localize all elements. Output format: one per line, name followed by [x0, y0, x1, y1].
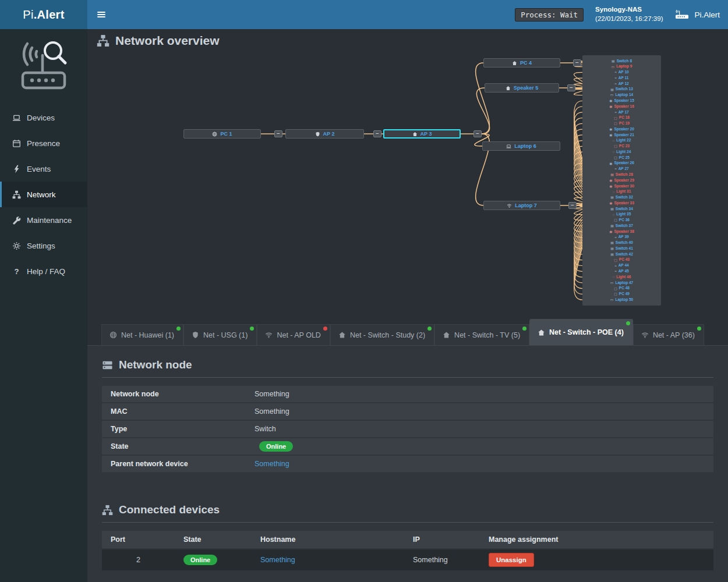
device-list-item[interactable]: ▢PC 23	[585, 144, 659, 150]
device-list-item[interactable]: ▤Switch 40	[585, 240, 659, 246]
device-list-item[interactable]: ▤Switch 34	[585, 206, 659, 212]
sidebar-toggle[interactable]	[87, 10, 115, 19]
device-type-icon: ▭	[610, 93, 614, 97]
device-list-item[interactable]: ▤Switch 32	[585, 194, 659, 200]
hostname-link[interactable]: Something	[260, 556, 295, 564]
device-type-icon: ≈	[614, 70, 616, 74]
device-name: Speaker 20	[614, 127, 634, 132]
diagram-node-pc-4[interactable]: PC 4	[483, 58, 560, 68]
wifi-icon	[265, 331, 273, 339]
device-list-item[interactable]: ◌Light 24	[585, 149, 659, 155]
device-list-item[interactable]: ▢PC 25	[585, 155, 659, 161]
diagram-node-ap-3[interactable]: AP 3	[383, 129, 461, 139]
diagram-node-laptop-7[interactable]: Laptop 7	[483, 201, 560, 210]
collapse-toggle[interactable]: −	[373, 130, 381, 137]
device-list-item[interactable]: ◌Light 35	[585, 212, 659, 218]
device-list-item[interactable]: ≈AP 11	[585, 75, 659, 81]
top-bar: Pi.Alert Process: Wait Synology-NAS (22/…	[0, 0, 728, 29]
device-list-item[interactable]: ▤Switch 8	[585, 58, 659, 64]
device-list-item[interactable]: ≈AP 27	[585, 166, 659, 172]
collapse-toggle[interactable]: −	[573, 59, 581, 66]
main-content: Network overview PC 1 − AP 2 − AP 3 − PC…	[87, 29, 728, 582]
sidebar-item-label: Settings	[27, 242, 55, 250]
collapse-toggle[interactable]: −	[274, 130, 282, 137]
tab-status-dot	[626, 321, 630, 325]
device-list-item[interactable]: ▢PC 19	[585, 120, 659, 126]
tab-net-huawei-1[interactable]: Net - Huawei (1)	[101, 324, 183, 345]
collapse-toggle[interactable]: −	[567, 84, 575, 91]
device-type-icon: ◉	[609, 99, 612, 102]
sidebar-item-help[interactable]: ? Help / FAQ	[0, 258, 87, 284]
device-list-item[interactable]: ◌Light 46	[585, 274, 659, 280]
device-list-item[interactable]: ◉Speaker 26	[585, 161, 659, 166]
device-list-item[interactable]: ◌Light 22	[585, 138, 659, 144]
device-list-item[interactable]: ▢PC 48	[585, 286, 659, 292]
device-list-item[interactable]: ≈AP 17	[585, 109, 659, 115]
device-list-item[interactable]: ▤Switch 37	[585, 223, 659, 229]
device-list-item[interactable]: ▤Switch 41	[585, 246, 659, 251]
collapse-toggle[interactable]: −	[473, 130, 482, 137]
device-list-item[interactable]: ▢PC 18	[585, 115, 659, 121]
device-list-item[interactable]: ◉Speaker 38	[585, 229, 659, 235]
tab-net-usg-1[interactable]: Net - USG (1)	[183, 324, 257, 345]
device-list-item[interactable]: ▭Laptop 14	[585, 93, 659, 98]
connected-devices-title: Connected devices	[102, 503, 713, 516]
tab-net-switch-study-2[interactable]: Net - Switch - Study (2)	[330, 324, 434, 345]
diagram-node-ap-2[interactable]: AP 2	[285, 129, 364, 139]
brand-logo[interactable]: Pi.Alert	[0, 0, 87, 29]
sitemap-icon	[102, 505, 113, 516]
device-list-item[interactable]: ≈AP 45	[585, 268, 659, 274]
device-type-icon: ▢	[614, 258, 617, 262]
laptop-icon	[506, 144, 511, 149]
column-header: Manage assignment	[480, 535, 713, 544]
device-list-item[interactable]: ▤Switch 28	[585, 172, 659, 178]
device-list-item[interactable]: ▢PC 36	[585, 217, 659, 223]
device-list-item[interactable]: ▭Laptop 47	[585, 280, 659, 286]
sidebar-item-label: Devices	[27, 113, 55, 122]
device-list-item[interactable]: ◉Speaker 30	[585, 183, 659, 189]
sidebar-item-devices[interactable]: Devices	[0, 105, 87, 130]
device-list-item[interactable]: ▭Laptop 9	[585, 64, 659, 70]
device-list-item[interactable]: ◉Speaker 16	[585, 104, 659, 109]
device-name: Laptop 50	[615, 298, 633, 302]
sidebar-item-network[interactable]: Network	[0, 182, 87, 207]
device-list-item[interactable]: ◉Speaker 21	[585, 132, 659, 138]
parent-device-link[interactable]: Something	[255, 460, 289, 468]
home-icon	[538, 329, 545, 336]
device-type-icon: ◌	[613, 275, 615, 279]
sidebar-item-settings[interactable]: Settings	[0, 233, 87, 258]
device-list-item[interactable]: ▤Switch 42	[585, 251, 659, 257]
online-badge: Online	[183, 555, 217, 565]
diagram-node-pc-1[interactable]: PC 1	[183, 129, 261, 139]
sidebar-item-label: Presence	[27, 139, 60, 148]
node-label: PC 4	[520, 60, 532, 66]
diagram-node-speaker-5[interactable]: Speaker 5	[485, 83, 559, 93]
device-list-item[interactable]: ◉Speaker 20	[585, 126, 659, 132]
device-list-item[interactable]: ▤Switch 13	[585, 87, 659, 93]
device-list-item[interactable]: ▭Laptop 50	[585, 297, 659, 303]
collapse-toggle[interactable]: −	[568, 202, 577, 209]
sidebar-item-maintenance[interactable]: Maintenance	[0, 207, 87, 233]
sidebar-item-presence[interactable]: Presence	[0, 130, 87, 156]
device-list-item[interactable]: ◉Speaker 33	[585, 200, 659, 206]
tab-net-ap-old[interactable]: Net - AP OLD	[257, 324, 330, 345]
device-list-item[interactable]: ◉Speaker 15	[585, 98, 659, 104]
tab-label: Net - Switch - Study (2)	[350, 331, 425, 339]
diagram-node-laptop-6[interactable]: Laptop 6	[482, 141, 560, 151]
device-list-item[interactable]: ▢PC 43	[585, 257, 659, 263]
app-identity[interactable]: Pi.Alert	[674, 9, 720, 20]
device-list-item[interactable]: ≈AP 39	[585, 235, 659, 240]
sidebar-item-events[interactable]: Events	[0, 156, 87, 182]
device-name: Light 24	[616, 150, 631, 154]
device-list-item[interactable]: ◉Speaker 29	[585, 178, 659, 183]
device-list-item[interactable]: ◌Light 31	[585, 189, 659, 195]
tab-net-switch-poe-4[interactable]: Net - Switch - POE (4)	[529, 319, 633, 345]
device-list-item[interactable]: ▢PC 49	[585, 291, 659, 297]
device-list-item[interactable]: ≈AP 12	[585, 81, 659, 87]
device-list-item[interactable]: ≈AP 10	[585, 70, 659, 76]
devices-icon	[12, 113, 21, 122]
unassign-button[interactable]: Unassign	[489, 553, 534, 567]
device-list-item[interactable]: ≈AP 44	[585, 263, 659, 269]
tab-net-ap-36[interactable]: Net - AP (36)	[633, 324, 704, 345]
tab-net-switch-tv-5[interactable]: Net - Switch - TV (5)	[434, 324, 529, 345]
